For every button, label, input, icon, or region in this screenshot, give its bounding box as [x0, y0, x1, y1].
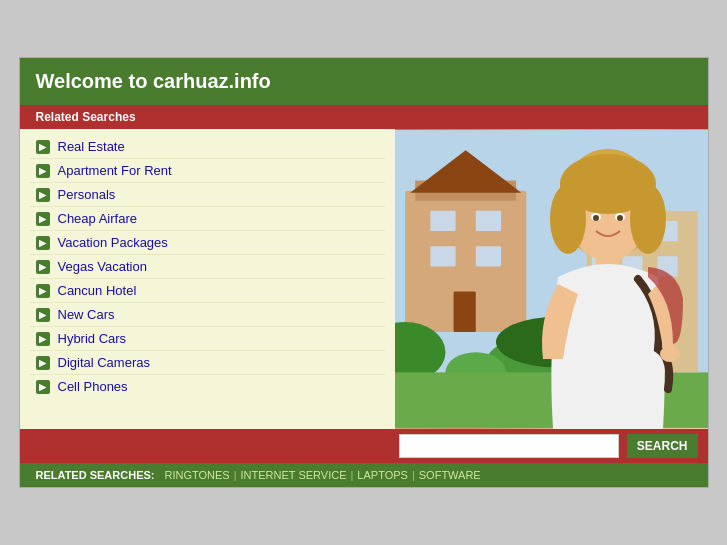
link-apartment-for-rent[interactable]: Apartment For Rent — [58, 163, 172, 178]
related-searches-bar: Related Searches — [20, 105, 708, 129]
link-cheap-airfare[interactable]: Cheap Airfare — [58, 211, 138, 226]
svg-point-30 — [617, 215, 623, 221]
arrow-icon: ▶ — [36, 356, 50, 370]
person-svg — [518, 149, 698, 429]
footer-label: RELATED SEARCHES: — [36, 469, 155, 481]
list-item: ▶Digital Cameras — [30, 351, 385, 375]
svg-point-29 — [593, 215, 599, 221]
list-item: ▶Hybrid Cars — [30, 327, 385, 351]
link-cancun-hotel[interactable]: Cancun Hotel — [58, 283, 137, 298]
link-new-cars[interactable]: New Cars — [58, 307, 115, 322]
list-item: ▶New Cars — [30, 303, 385, 327]
footer-link-software[interactable]: SOFTWARE — [419, 469, 481, 481]
footer-link-laptops[interactable]: LAPTOPS — [357, 469, 408, 481]
list-item: ▶Cancun Hotel — [30, 279, 385, 303]
list-item: ▶Cell Phones — [30, 375, 385, 398]
main-container: Welcome to carhuaz.info Related Searches… — [19, 57, 709, 488]
svg-rect-7 — [475, 246, 500, 266]
link-vacation-packages[interactable]: Vacation Packages — [58, 235, 168, 250]
footer-separator: | — [351, 469, 354, 481]
svg-rect-5 — [475, 211, 500, 231]
site-title: Welcome to carhuaz.info — [36, 70, 271, 92]
search-button[interactable]: SEARCH — [627, 434, 698, 458]
arrow-icon: ▶ — [36, 140, 50, 154]
footer-separator: | — [412, 469, 415, 481]
related-searches-label: Related Searches — [36, 110, 136, 124]
svg-rect-6 — [430, 246, 455, 266]
arrow-icon: ▶ — [36, 236, 50, 250]
link-cell-phones[interactable]: Cell Phones — [58, 379, 128, 394]
main-content: ▶Real Estate▶Apartment For Rent▶Personal… — [20, 129, 708, 429]
header: Welcome to carhuaz.info — [20, 58, 708, 105]
list-item: ▶Cheap Airfare — [30, 207, 385, 231]
arrow-icon: ▶ — [36, 332, 50, 346]
photo-background — [395, 129, 708, 429]
arrow-icon: ▶ — [36, 212, 50, 226]
link-vegas-vacation[interactable]: Vegas Vacation — [58, 259, 147, 274]
arrow-icon: ▶ — [36, 380, 50, 394]
left-panel: ▶Real Estate▶Apartment For Rent▶Personal… — [20, 129, 395, 429]
arrow-icon: ▶ — [36, 164, 50, 178]
link-personals[interactable]: Personals — [58, 187, 116, 202]
svg-point-25 — [550, 184, 586, 254]
link-real-estate[interactable]: Real Estate — [58, 139, 125, 154]
svg-rect-8 — [453, 292, 475, 332]
link-hybrid-cars[interactable]: Hybrid Cars — [58, 331, 127, 346]
list-item: ▶Real Estate — [30, 135, 385, 159]
footer-separator: | — [234, 469, 237, 481]
photo-panel — [395, 129, 708, 429]
svg-rect-33 — [666, 344, 674, 358]
arrow-icon: ▶ — [36, 260, 50, 274]
list-item: ▶Personals — [30, 183, 385, 207]
svg-point-26 — [630, 184, 666, 254]
list-item: ▶Vegas Vacation — [30, 255, 385, 279]
footer-bar: RELATED SEARCHES: RINGTONES | INTERNET S… — [20, 463, 708, 487]
arrow-icon: ▶ — [36, 308, 50, 322]
list-item: ▶Apartment For Rent — [30, 159, 385, 183]
arrow-icon: ▶ — [36, 284, 50, 298]
search-input[interactable] — [399, 434, 619, 458]
footer-link-ringtones[interactable]: RINGTONES — [164, 469, 229, 481]
arrow-icon: ▶ — [36, 188, 50, 202]
bottom-bar: SEARCH — [20, 429, 708, 463]
list-item: ▶Vacation Packages — [30, 231, 385, 255]
svg-rect-4 — [430, 211, 455, 231]
link-digital-cameras[interactable]: Digital Cameras — [58, 355, 150, 370]
footer-link-internet-service[interactable]: INTERNET SERVICE — [241, 469, 347, 481]
